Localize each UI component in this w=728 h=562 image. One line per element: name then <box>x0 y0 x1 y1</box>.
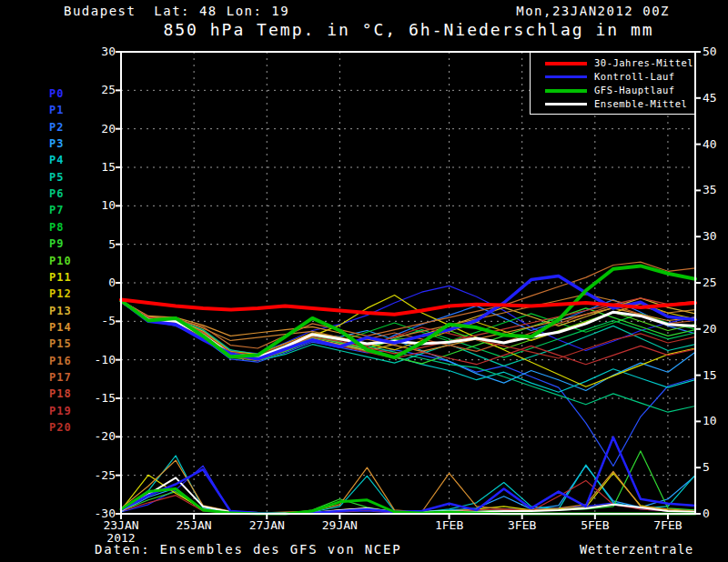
x-axis-label: 29JAN <box>310 518 369 532</box>
y-axis-right-label: 30 <box>703 229 728 243</box>
legend-line-swatch <box>545 103 587 105</box>
y-axis-left-label: -15 <box>85 391 116 405</box>
member-label-P7: P7 <box>49 204 64 216</box>
member-label-P13: P13 <box>49 305 72 317</box>
chart-legend: 30-Jahres-MittelKontroll-LaufGFS-Hauptla… <box>530 52 695 115</box>
y-axis-left-label: 30 <box>85 45 116 58</box>
member-label-P4: P4 <box>49 154 64 166</box>
legend-line-swatch <box>545 89 587 93</box>
y-axis-left-label: -5 <box>85 314 116 327</box>
y-axis-left-label: 25 <box>85 83 116 96</box>
x-axis-label: 27JAN <box>238 518 296 532</box>
y-axis-right-label: 35 <box>703 183 728 196</box>
legend-label: Kontroll-Lauf <box>594 71 675 82</box>
member-label-P9: P9 <box>49 237 64 250</box>
meteogram-page: Budapest Lat: 48 Lon: 19 Mon,23JAN2012 0… <box>0 0 728 562</box>
legend-line-swatch <box>545 75 587 78</box>
legend-row: 30-Jahres-Mittel <box>531 56 694 70</box>
legend-label: 30-Jahres-Mittel <box>594 57 693 68</box>
data-source-credit: Daten: Ensembles des GFS von NCEP <box>95 542 402 557</box>
brand-label: Wetterzentrale <box>580 542 693 557</box>
x-axis-label: 25JAN <box>165 518 223 532</box>
member-label-P16: P16 <box>49 355 72 367</box>
y-axis-left-label: -20 <box>85 429 116 443</box>
x-axis-label: 3FEB <box>493 518 551 532</box>
y-axis-left-label: -10 <box>85 353 116 366</box>
member-label-P8: P8 <box>49 221 64 234</box>
x-axis-label: 5FEB <box>566 518 624 532</box>
legend-label: Ensemble-Mittel <box>594 98 687 109</box>
member-label-P12: P12 <box>49 287 72 300</box>
member-label-P19: P19 <box>49 405 72 417</box>
x-axis-label: 1FEB <box>420 518 479 532</box>
legend-row: GFS-Hauptlauf <box>531 84 694 97</box>
member-label-P14: P14 <box>49 321 72 334</box>
y-axis-right-label: 40 <box>703 137 728 151</box>
y-axis-left-label: -25 <box>85 468 116 482</box>
y-axis-left-label: 10 <box>85 198 116 212</box>
y-axis-right-label: 50 <box>703 45 728 58</box>
legend-row: Kontroll-Lauf <box>531 70 694 84</box>
y-axis-right-label: 0 <box>703 507 728 520</box>
member-label-P18: P18 <box>49 387 72 400</box>
y-axis-right-label: 25 <box>703 276 728 289</box>
x-axis-label: 7FEB <box>639 518 697 532</box>
member-label-P10: P10 <box>49 255 72 267</box>
y-axis-right-label: 5 <box>703 460 728 474</box>
legend-row: Ensemble-Mittel <box>531 97 694 111</box>
y-axis-left-label: 5 <box>85 237 116 251</box>
member-temp-P1 <box>121 301 695 467</box>
y-axis-left-label: 0 <box>85 276 116 289</box>
member-label-P6: P6 <box>49 187 64 200</box>
member-label-P2: P2 <box>49 121 64 134</box>
y-axis-right-label: 10 <box>703 414 728 427</box>
member-label-P20: P20 <box>49 421 72 434</box>
x-axis-label: 23JAN <box>92 518 150 532</box>
member-label-P11: P11 <box>49 271 72 284</box>
member-label-P1: P1 <box>49 104 64 116</box>
main-temp-Kontroll-Lauf <box>121 276 695 358</box>
member-label-P5: P5 <box>49 171 64 184</box>
member-label-P15: P15 <box>49 337 72 350</box>
legend-label: GFS-Hauptlauf <box>594 85 675 95</box>
member-label-P0: P0 <box>49 87 64 100</box>
legend-line-swatch <box>545 62 587 65</box>
member-label-P3: P3 <box>49 137 64 150</box>
y-axis-right-label: 15 <box>703 368 728 382</box>
y-axis-right-label: 45 <box>703 91 728 105</box>
y-axis-right-label: 20 <box>703 322 728 336</box>
y-axis-left-label: 20 <box>85 122 116 135</box>
y-axis-left-label: 15 <box>85 160 116 174</box>
member-label-P17: P17 <box>49 371 72 384</box>
